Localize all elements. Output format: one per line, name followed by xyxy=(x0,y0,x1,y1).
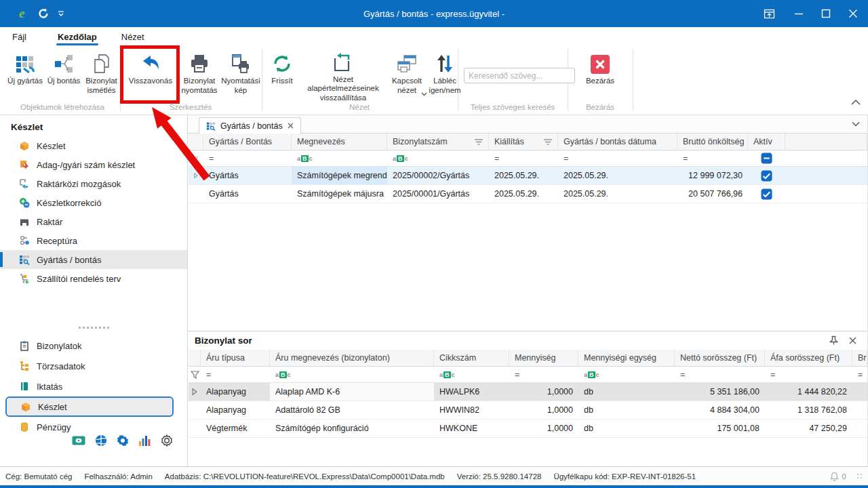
filter-cell[interactable]: aBc xyxy=(578,367,675,383)
column-header[interactable]: Áfa sorösszeg (Ft) xyxy=(765,350,852,367)
module-keszlet[interactable]: Készlet xyxy=(5,396,174,417)
cell-net[interactable]: 175 001,08 xyxy=(675,420,765,438)
column-header[interactable]: Áru típusa xyxy=(201,350,270,367)
column-header[interactable]: Gyártás / bontás dátuma xyxy=(558,134,677,150)
cell-active[interactable] xyxy=(748,167,785,185)
cell-issued[interactable]: 2025.05.29. xyxy=(489,185,558,203)
column-header[interactable]: Bru xyxy=(852,350,867,367)
tab-close-icon[interactable] xyxy=(288,123,294,129)
column-header[interactable]: Nettó sorösszeg (Ft) xyxy=(675,350,765,367)
column-header[interactable]: Megnevezés xyxy=(292,134,387,150)
banknote-icon[interactable] xyxy=(72,436,85,445)
column-header[interactable]: Kiállítás xyxy=(489,134,558,150)
filter-cell[interactable]: aBc xyxy=(270,367,434,383)
visszavonas-button[interactable]: Visszavonás xyxy=(123,49,178,103)
cell-name[interactable]: Adattároló 82 GB xyxy=(270,401,434,420)
filter-cell[interactable]: = xyxy=(509,367,578,383)
maximize-button[interactable] xyxy=(818,5,834,22)
globe-icon[interactable] xyxy=(95,434,107,447)
column-header[interactable]: Aktív xyxy=(748,134,785,150)
sidebar-splitter-handle[interactable] xyxy=(0,327,187,329)
cell-name[interactable]: Számítógépek májusra xyxy=(292,185,387,203)
frissit-button[interactable]: Frissít xyxy=(266,49,298,103)
ribbon-display-options-icon[interactable] xyxy=(761,5,777,22)
uj-bontas-button[interactable]: Új bontás xyxy=(45,49,83,103)
settings-gear-icon[interactable] xyxy=(160,434,174,447)
cell-number[interactable]: 2025/00002/Gyártás xyxy=(387,167,489,185)
column-header[interactable]: Bruttó önköltség xyxy=(677,134,748,150)
filter-menu-icon[interactable] xyxy=(544,139,552,145)
cell-vat[interactable]: 1 318 762,08 xyxy=(765,401,852,420)
bizonylat-ismetles-button[interactable]: Bizonylat ismétlés xyxy=(83,49,120,103)
checkbox-checked-icon[interactable] xyxy=(761,188,772,200)
column-header[interactable]: Mennyiségi egység xyxy=(578,350,675,367)
cell-sku[interactable]: HWALPK6 xyxy=(434,383,509,401)
search-input[interactable] xyxy=(469,71,574,81)
module-torzsadatok[interactable]: Törzsadatok xyxy=(0,356,180,376)
filter-cell[interactable]: = xyxy=(677,150,748,167)
close-button[interactable] xyxy=(845,5,861,22)
panel-close-icon[interactable] xyxy=(849,337,856,344)
cell-net[interactable]: 5 351 186,00 xyxy=(675,383,765,401)
kapcsolt-nezet-button[interactable]: Kapcsolt nézet xyxy=(388,49,426,103)
cell-net[interactable]: 4 884 304,00 xyxy=(675,401,765,420)
bar-chart-icon[interactable] xyxy=(138,435,151,446)
column-header[interactable]: Mennyiség xyxy=(509,350,578,367)
column-header[interactable]: Cikkszám xyxy=(434,350,509,367)
filter-cell[interactable]: = xyxy=(765,367,852,383)
checkbox-indeterminate-icon[interactable] xyxy=(761,152,772,164)
bizonylat-nyomtatas-button[interactable]: Bizonylat nyomtatás xyxy=(179,49,220,103)
uj-gyartas-button[interactable]: Új gyártás xyxy=(5,49,45,103)
filter-cell[interactable]: = xyxy=(201,367,270,383)
nezet-alapertelmezes-button[interactable]: Nézet alapértelmezéseinek visszaállítása xyxy=(298,49,388,103)
cell-name[interactable]: Alaplap AMD K-6 xyxy=(270,383,434,401)
tab-fajl[interactable]: Fájl xyxy=(3,27,36,46)
filter-cell[interactable]: = xyxy=(852,367,867,383)
sidebar-item-keszlet[interactable]: Készlet xyxy=(0,136,187,155)
filter-cell[interactable]: = xyxy=(489,150,558,167)
cell-type[interactable]: Alapanyag xyxy=(201,383,270,401)
table-row[interactable]: Gyártás Számítógépek májusra 2025/00001/… xyxy=(189,185,867,203)
cell-gross[interactable]: 20 507 766,96 xyxy=(677,185,748,203)
cell-vat[interactable]: 47 250,29 xyxy=(765,420,852,438)
cell-date[interactable]: 2025.05.29. xyxy=(558,185,677,203)
cell-name[interactable]: Számítógépek megrendelé… xyxy=(292,167,387,185)
module-iktatas[interactable]: Iktatás xyxy=(0,376,180,396)
cell-qty[interactable]: 1,0000 xyxy=(509,383,578,401)
resize-grip-icon[interactable] xyxy=(856,473,863,479)
lablec-button[interactable]: Lábléc igen/nem xyxy=(426,49,464,103)
sidebar-item-raktar[interactable]: Raktár xyxy=(0,212,187,231)
cell-active[interactable] xyxy=(748,185,785,203)
detail-row[interactable]: Végtermék Számítógép konfiguráció HWKONE… xyxy=(189,420,867,438)
filter-cell[interactable]: aBc xyxy=(434,367,509,383)
cell-sku[interactable]: HWKONE xyxy=(434,420,509,438)
sidebar-item-raktarkozi-mozgasok[interactable]: Raktárközi mozgások xyxy=(0,174,187,193)
gear-blue-icon[interactable] xyxy=(117,434,129,447)
cell-unit[interactable]: db xyxy=(578,401,675,420)
cell-gross[interactable]: 12 999 072,30 xyxy=(677,167,748,185)
cell-number[interactable]: 2025/00001/Gyártás xyxy=(387,185,489,203)
nyomtatasi-kep-button[interactable]: Nyomtatási kép xyxy=(220,49,262,103)
column-header[interactable]: Gyártás / Bontás xyxy=(203,134,292,150)
cell-type[interactable]: Alapanyag xyxy=(201,401,270,420)
ribbon-collapse-icon[interactable] xyxy=(850,99,861,106)
bell-icon[interactable] xyxy=(830,472,839,481)
filter-cell[interactable]: aBc xyxy=(292,150,387,167)
table-row[interactable]: Gyártás Számítógépek megrendelé… 2025/00… xyxy=(189,167,867,185)
cell-name[interactable]: Számítógép konfiguráció xyxy=(270,420,434,438)
cell-type[interactable]: Gyártás xyxy=(203,167,292,185)
cell-qty[interactable]: 1,0000 xyxy=(509,401,578,420)
detail-row[interactable]: Alapanyag Alaplap AMD K-6 HWALPK6 1,0000… xyxy=(189,383,867,401)
filter-cell[interactable]: = xyxy=(675,367,765,383)
cell-unit[interactable]: db xyxy=(578,420,675,438)
filter-menu-icon[interactable] xyxy=(475,139,483,145)
fulltext-search-box[interactable] xyxy=(464,68,575,83)
cell-unit[interactable]: db xyxy=(578,383,675,401)
cell-vat[interactable]: 1 444 820,22 xyxy=(765,383,852,401)
sidebar-item-receptura[interactable]: Receptúra xyxy=(0,231,187,250)
filter-cell[interactable]: = xyxy=(203,150,292,167)
cell-date[interactable]: 2025.05.29. xyxy=(558,167,677,185)
cell-sku[interactable]: HWWIN82 xyxy=(434,401,509,420)
filter-cell-checkbox[interactable] xyxy=(748,150,785,167)
sidebar-item-adag-gyari-szam[interactable]: Adag-/gyári szám készlet xyxy=(0,155,187,174)
